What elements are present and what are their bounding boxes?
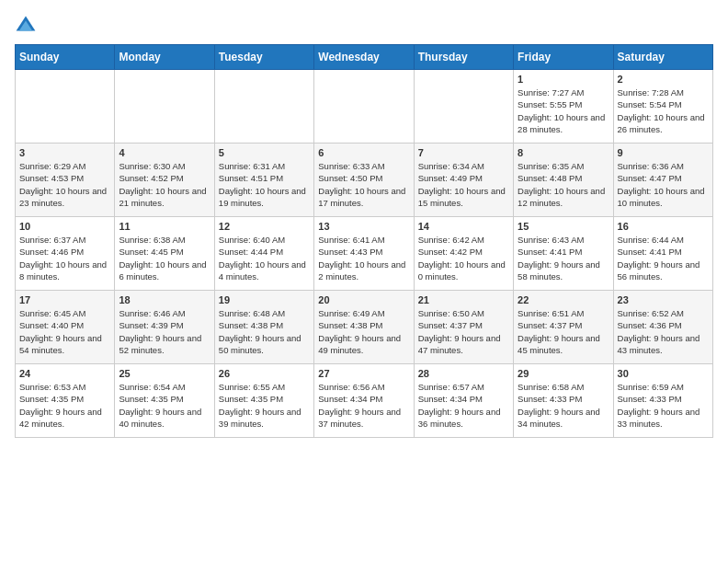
weekday-header: Saturday	[613, 45, 712, 70]
weekday-header-row: SundayMondayTuesdayWednesdayThursdayFrid…	[16, 45, 713, 70]
day-info: Sunrise: 6:34 AM Sunset: 4:49 PM Dayligh…	[418, 160, 509, 209]
day-info: Sunrise: 6:37 AM Sunset: 4:46 PM Dayligh…	[19, 234, 110, 282]
day-number: 4	[119, 147, 210, 158]
day-info: Sunrise: 6:59 AM Sunset: 4:33 PM Dayligh…	[618, 381, 709, 430]
calendar-day-cell: 28Sunrise: 6:57 AM Sunset: 4:34 PM Dayli…	[414, 364, 513, 438]
day-number: 21	[418, 294, 509, 305]
day-number: 20	[318, 294, 409, 305]
day-number: 28	[418, 368, 509, 379]
calendar-day-cell: 5Sunrise: 6:31 AM Sunset: 4:51 PM Daylig…	[214, 144, 313, 217]
calendar-day-cell: 21Sunrise: 6:50 AM Sunset: 4:37 PM Dayli…	[414, 291, 513, 364]
day-info: Sunrise: 6:30 AM Sunset: 4:52 PM Dayligh…	[119, 160, 210, 209]
calendar-day-cell	[214, 70, 313, 144]
day-number: 16	[618, 221, 709, 232]
day-info: Sunrise: 6:38 AM Sunset: 4:45 PM Dayligh…	[119, 234, 210, 282]
day-info: Sunrise: 7:28 AM Sunset: 5:54 PM Dayligh…	[618, 86, 709, 135]
day-info: Sunrise: 6:54 AM Sunset: 4:35 PM Dayligh…	[119, 381, 210, 430]
day-info: Sunrise: 6:43 AM Sunset: 4:41 PM Dayligh…	[518, 234, 609, 282]
calendar-week-row: 24Sunrise: 6:53 AM Sunset: 4:35 PM Dayli…	[16, 364, 713, 438]
day-info: Sunrise: 6:35 AM Sunset: 4:48 PM Dayligh…	[518, 160, 609, 209]
day-number: 1	[518, 74, 609, 85]
calendar-table: SundayMondayTuesdayWednesdayThursdayFrid…	[15, 44, 713, 438]
day-info: Sunrise: 6:29 AM Sunset: 4:53 PM Dayligh…	[19, 160, 110, 209]
calendar-day-cell: 3Sunrise: 6:29 AM Sunset: 4:53 PM Daylig…	[16, 144, 115, 217]
day-number: 2	[618, 74, 709, 85]
day-info: Sunrise: 6:40 AM Sunset: 4:44 PM Dayligh…	[219, 234, 310, 282]
day-number: 10	[19, 221, 110, 232]
day-number: 23	[618, 294, 709, 305]
day-number: 7	[418, 147, 509, 158]
calendar-week-row: 17Sunrise: 6:45 AM Sunset: 4:40 PM Dayli…	[16, 291, 713, 364]
calendar-day-cell: 14Sunrise: 6:42 AM Sunset: 4:42 PM Dayli…	[414, 217, 513, 291]
weekday-header: Wednesday	[314, 45, 414, 70]
day-info: Sunrise: 6:44 AM Sunset: 4:41 PM Dayligh…	[618, 234, 709, 282]
calendar-day-cell: 8Sunrise: 6:35 AM Sunset: 4:48 PM Daylig…	[514, 144, 613, 217]
calendar-day-cell: 19Sunrise: 6:48 AM Sunset: 4:38 PM Dayli…	[214, 291, 313, 364]
day-number: 27	[318, 368, 409, 379]
day-number: 5	[219, 147, 310, 158]
calendar-week-row: 1Sunrise: 7:27 AM Sunset: 5:55 PM Daylig…	[16, 70, 713, 144]
day-info: Sunrise: 6:33 AM Sunset: 4:50 PM Dayligh…	[318, 160, 409, 209]
calendar-day-cell	[115, 70, 214, 144]
day-number: 26	[219, 368, 310, 379]
day-info: Sunrise: 6:36 AM Sunset: 4:47 PM Dayligh…	[618, 160, 709, 209]
day-info: Sunrise: 6:55 AM Sunset: 4:35 PM Dayligh…	[219, 381, 310, 430]
day-number: 15	[518, 221, 609, 232]
logo-icon	[15, 15, 37, 37]
day-number: 17	[19, 294, 110, 305]
day-info: Sunrise: 6:31 AM Sunset: 4:51 PM Dayligh…	[219, 160, 310, 209]
calendar-day-cell: 12Sunrise: 6:40 AM Sunset: 4:44 PM Dayli…	[214, 217, 313, 291]
calendar-day-cell: 20Sunrise: 6:49 AM Sunset: 4:38 PM Dayli…	[314, 291, 414, 364]
calendar-day-cell	[414, 70, 513, 144]
calendar-day-cell: 16Sunrise: 6:44 AM Sunset: 4:41 PM Dayli…	[613, 217, 712, 291]
calendar-day-cell: 7Sunrise: 6:34 AM Sunset: 4:49 PM Daylig…	[414, 144, 513, 217]
day-info: Sunrise: 6:49 AM Sunset: 4:38 PM Dayligh…	[318, 307, 409, 356]
day-info: Sunrise: 6:53 AM Sunset: 4:35 PM Dayligh…	[19, 381, 110, 430]
calendar-day-cell: 27Sunrise: 6:56 AM Sunset: 4:34 PM Dayli…	[314, 364, 414, 438]
day-info: Sunrise: 6:42 AM Sunset: 4:42 PM Dayligh…	[418, 234, 509, 282]
day-number: 25	[119, 368, 210, 379]
calendar-day-cell: 15Sunrise: 6:43 AM Sunset: 4:41 PM Dayli…	[514, 217, 613, 291]
day-number: 8	[518, 147, 609, 158]
day-number: 6	[318, 147, 409, 158]
calendar-week-row: 10Sunrise: 6:37 AM Sunset: 4:46 PM Dayli…	[16, 217, 713, 291]
day-info: Sunrise: 7:27 AM Sunset: 5:55 PM Dayligh…	[518, 86, 609, 135]
calendar-day-cell: 10Sunrise: 6:37 AM Sunset: 4:46 PM Dayli…	[16, 217, 115, 291]
calendar-day-cell: 18Sunrise: 6:46 AM Sunset: 4:39 PM Dayli…	[115, 291, 214, 364]
calendar-day-cell: 4Sunrise: 6:30 AM Sunset: 4:52 PM Daylig…	[115, 144, 214, 217]
logo	[15, 15, 40, 37]
calendar-day-cell: 24Sunrise: 6:53 AM Sunset: 4:35 PM Dayli…	[16, 364, 115, 438]
day-info: Sunrise: 6:48 AM Sunset: 4:38 PM Dayligh…	[219, 307, 310, 356]
day-number: 12	[219, 221, 310, 232]
day-info: Sunrise: 6:51 AM Sunset: 4:37 PM Dayligh…	[518, 307, 609, 356]
weekday-header: Sunday	[16, 45, 115, 70]
day-number: 13	[318, 221, 409, 232]
calendar-day-cell	[16, 70, 115, 144]
day-number: 30	[618, 368, 709, 379]
calendar-day-cell: 23Sunrise: 6:52 AM Sunset: 4:36 PM Dayli…	[613, 291, 712, 364]
calendar-day-cell: 2Sunrise: 7:28 AM Sunset: 5:54 PM Daylig…	[613, 70, 712, 144]
day-number: 9	[618, 147, 709, 158]
calendar-day-cell: 6Sunrise: 6:33 AM Sunset: 4:50 PM Daylig…	[314, 144, 414, 217]
calendar-day-cell: 22Sunrise: 6:51 AM Sunset: 4:37 PM Dayli…	[514, 291, 613, 364]
day-number: 18	[119, 294, 210, 305]
day-info: Sunrise: 6:52 AM Sunset: 4:36 PM Dayligh…	[618, 307, 709, 356]
day-number: 11	[119, 221, 210, 232]
day-info: Sunrise: 6:46 AM Sunset: 4:39 PM Dayligh…	[119, 307, 210, 356]
weekday-header: Friday	[514, 45, 613, 70]
day-number: 22	[518, 294, 609, 305]
page-header	[15, 15, 713, 37]
day-info: Sunrise: 6:57 AM Sunset: 4:34 PM Dayligh…	[418, 381, 509, 430]
calendar-day-cell: 1Sunrise: 7:27 AM Sunset: 5:55 PM Daylig…	[514, 70, 613, 144]
day-info: Sunrise: 6:45 AM Sunset: 4:40 PM Dayligh…	[19, 307, 110, 356]
weekday-header: Monday	[115, 45, 214, 70]
day-info: Sunrise: 6:58 AM Sunset: 4:33 PM Dayligh…	[518, 381, 609, 430]
day-number: 24	[19, 368, 110, 379]
calendar-day-cell: 9Sunrise: 6:36 AM Sunset: 4:47 PM Daylig…	[613, 144, 712, 217]
calendar-week-row: 3Sunrise: 6:29 AM Sunset: 4:53 PM Daylig…	[16, 144, 713, 217]
calendar-day-cell: 29Sunrise: 6:58 AM Sunset: 4:33 PM Dayli…	[514, 364, 613, 438]
day-info: Sunrise: 6:41 AM Sunset: 4:43 PM Dayligh…	[318, 234, 409, 282]
day-number: 3	[19, 147, 110, 158]
calendar-day-cell: 26Sunrise: 6:55 AM Sunset: 4:35 PM Dayli…	[214, 364, 313, 438]
calendar-day-cell: 25Sunrise: 6:54 AM Sunset: 4:35 PM Dayli…	[115, 364, 214, 438]
